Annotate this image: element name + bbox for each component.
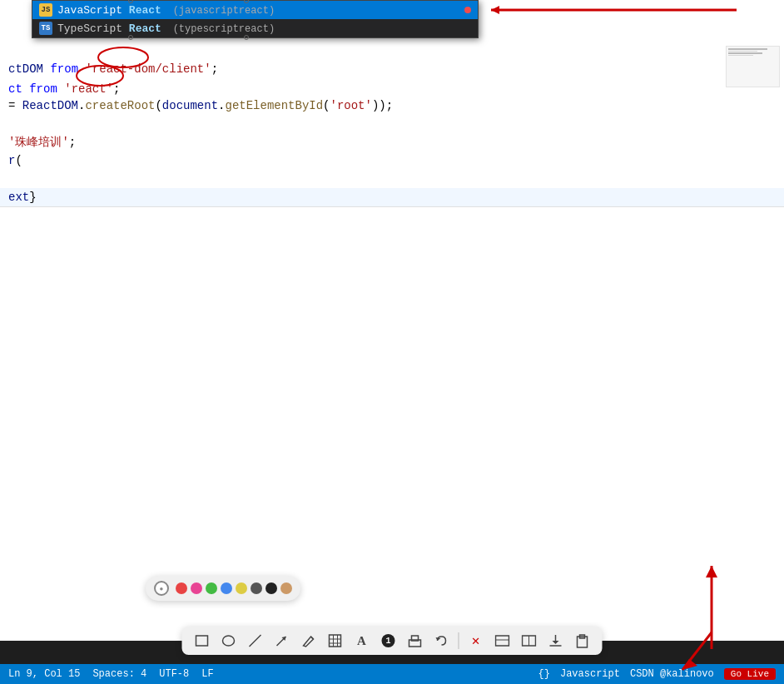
color-picker-circle[interactable]: ●: [154, 581, 169, 596]
ts-icon: TS: [39, 22, 52, 35]
undo-button[interactable]: [432, 631, 452, 651]
js-item-dot: [464, 7, 471, 13]
code-content: ct from 'react' ; ctDOM from 'react-dom/…: [0, 25, 784, 207]
rectangle-tool[interactable]: [192, 631, 212, 651]
table-tool[interactable]: [325, 631, 345, 651]
stamp-tool[interactable]: [405, 631, 425, 651]
code-editor[interactable]: JS JavaScript React (javascriptreact) TS…: [0, 0, 784, 641]
code-line-6: '珠峰培训' ;: [0, 133, 784, 151]
color-picker[interactable]: ●: [146, 576, 300, 601]
status-csdn: CSDN @kalinovo: [630, 668, 714, 680]
color-dot-blue[interactable]: [221, 582, 232, 594]
status-brackets: {}: [538, 668, 550, 680]
handle-bottom-left: [128, 35, 133, 40]
color-dot-pink[interactable]: [191, 582, 202, 594]
svg-line-13: [311, 637, 314, 639]
color-dot-tan[interactable]: [280, 582, 292, 594]
status-line-ending: LF: [201, 668, 213, 680]
code-line-4: = ReactDOM . createRoot ( document . get…: [0, 97, 784, 115]
download-button[interactable]: [546, 631, 566, 651]
color-dot-dark-gray[interactable]: [251, 582, 262, 594]
delete-button[interactable]: ✕: [466, 631, 486, 651]
svg-line-10: [250, 635, 261, 647]
minimap: [726, 46, 780, 87]
autocomplete-dropdown[interactable]: JS JavaScript React (javascriptreact) TS…: [32, 0, 479, 38]
status-spaces: Spaces: 4: [92, 668, 146, 680]
svg-point-9: [223, 636, 235, 646]
number-tool[interactable]: 1: [379, 631, 399, 651]
code-line-9: ext }: [0, 188, 784, 207]
svg-rect-22: [496, 636, 509, 646]
js-item-label: JavaScript React (javascriptreact): [57, 4, 275, 17]
code-line-5: [0, 115, 784, 133]
status-encoding: UTF-8: [159, 668, 189, 680]
panel1-button[interactable]: [493, 631, 513, 651]
autocomplete-item-ts[interactable]: TS TypeScript React (typescriptreact): [32, 19, 478, 37]
pencil-tool[interactable]: [299, 631, 319, 651]
status-bar: Ln 9, Col 15 Spaces: 4 UTF-8 LF {} Javas…: [0, 664, 784, 684]
annotation-toolbar[interactable]: A 1 ✕: [182, 627, 603, 655]
ellipse-tool[interactable]: [219, 631, 239, 651]
status-language[interactable]: Javascript: [560, 668, 620, 680]
go-live-button[interactable]: Go Live: [724, 668, 776, 680]
ts-item-label: TypeScript React (typescriptreact): [57, 22, 275, 35]
color-dot-green[interactable]: [206, 582, 217, 594]
clipboard-button[interactable]: [573, 631, 593, 651]
color-dot-red[interactable]: [176, 582, 187, 594]
arrow-tool[interactable]: [272, 631, 292, 651]
color-dot-yellow[interactable]: [236, 582, 247, 594]
autocomplete-item-js[interactable]: JS JavaScript React (javascriptreact): [32, 1, 478, 19]
toolbar-separator: [459, 632, 459, 649]
panel2-button[interactable]: [519, 631, 539, 651]
status-right: {} Javascript CSDN @kalinovo Go Live: [538, 668, 776, 680]
handle-bottom-right: [244, 35, 249, 40]
line-tool[interactable]: [246, 631, 265, 651]
code-line-8: [0, 170, 784, 188]
svg-marker-27: [553, 641, 559, 644]
status-line-col: Ln 9, Col 15: [8, 668, 80, 680]
svg-marker-21: [436, 637, 441, 641]
code-line-1: ct from 'react' ;: [0, 63, 784, 98]
text-tool[interactable]: A: [352, 631, 372, 651]
svg-rect-14: [330, 635, 341, 647]
color-dot-black[interactable]: [265, 582, 277, 594]
code-line-7: r (: [0, 151, 784, 170]
svg-rect-8: [196, 636, 208, 646]
js-icon: JS: [39, 3, 52, 17]
